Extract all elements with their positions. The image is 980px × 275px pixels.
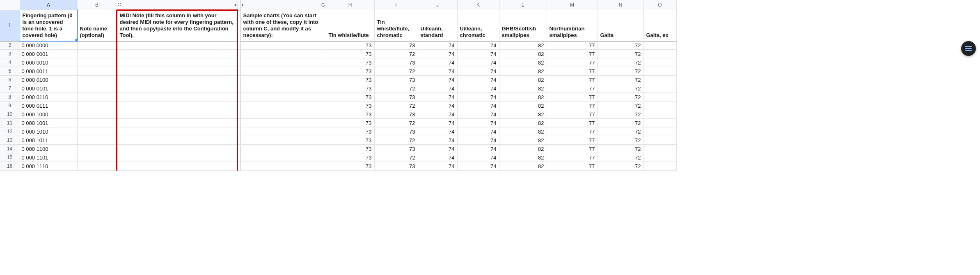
select-all-corner[interactable] <box>0 0 20 10</box>
cell-I9[interactable]: 72 <box>374 102 418 110</box>
cell-I8[interactable]: 73 <box>374 93 418 102</box>
row-header[interactable]: 10 <box>0 110 20 119</box>
cell-B8[interactable] <box>77 93 117 102</box>
cell-H15[interactable]: 73 <box>326 153 374 162</box>
cell-I13[interactable]: 72 <box>374 136 418 145</box>
col-header-N[interactable]: N <box>598 0 643 10</box>
spreadsheet-viewport[interactable]: A B C ◂ ▸ G H I J K <box>0 0 980 275</box>
cell-K14[interactable]: 74 <box>457 145 499 153</box>
cell-O15[interactable] <box>643 153 676 162</box>
cell-M3[interactable]: 77 <box>547 50 598 58</box>
cell-K7[interactable]: 74 <box>457 84 499 93</box>
cell-J9[interactable]: 74 <box>418 102 457 110</box>
cell-B16[interactable] <box>77 162 117 171</box>
row-header[interactable]: 12 <box>0 127 20 136</box>
row-header[interactable]: 7 <box>0 84 20 93</box>
cell-J7[interactable]: 74 <box>418 84 457 93</box>
cell-G14[interactable] <box>240 145 326 153</box>
cell-A10[interactable]: 0 000 1000 <box>20 110 77 119</box>
cell-L1[interactable]: GHB/Scottish smallpipes <box>499 10 547 41</box>
cell-L7[interactable]: 82 <box>499 84 547 93</box>
cell-G12[interactable] <box>240 127 326 136</box>
cell-N3[interactable]: 72 <box>598 50 643 58</box>
cell-I11[interactable]: 72 <box>374 119 418 127</box>
cell-G16[interactable] <box>240 162 326 171</box>
cell-G8[interactable] <box>240 93 326 102</box>
cell-A9[interactable]: 0 000 0111 <box>20 102 77 110</box>
row-header[interactable]: 6 <box>0 76 20 84</box>
col-header-H[interactable]: H <box>326 0 374 10</box>
row-header[interactable]: 13 <box>0 136 20 145</box>
cell-N7[interactable]: 72 <box>598 84 643 93</box>
cell-L15[interactable]: 82 <box>499 153 547 162</box>
cell-C11[interactable] <box>117 119 237 127</box>
cell-L6[interactable]: 82 <box>499 76 547 84</box>
cell-A6[interactable]: 0 000 0100 <box>20 76 77 84</box>
cell-O2[interactable] <box>643 41 676 50</box>
cell-C9[interactable] <box>117 102 237 110</box>
cell-C3[interactable] <box>117 50 237 58</box>
cell-J4[interactable]: 74 <box>418 58 457 67</box>
column-group-collapsed-gap[interactable] <box>237 0 240 10</box>
col-header-M[interactable]: M <box>547 0 598 10</box>
cell-C4[interactable] <box>117 58 237 67</box>
cell-J16[interactable]: 74 <box>418 162 457 171</box>
cell-M11[interactable]: 77 <box>547 119 598 127</box>
cell-G7[interactable] <box>240 84 326 93</box>
cell-A5[interactable]: 0 000 0011 <box>20 67 77 76</box>
cell-I5[interactable]: 72 <box>374 67 418 76</box>
cell-J11[interactable]: 74 <box>418 119 457 127</box>
cell-O5[interactable] <box>643 67 676 76</box>
cell-C14[interactable] <box>117 145 237 153</box>
col-header-G[interactable]: ▸ G <box>240 0 326 10</box>
cell-K6[interactable]: 74 <box>457 76 499 84</box>
cell-C13[interactable] <box>117 136 237 145</box>
cell-H10[interactable]: 73 <box>326 110 374 119</box>
col-header-A[interactable]: A <box>20 0 77 10</box>
cell-O8[interactable] <box>643 93 676 102</box>
cell-A11[interactable]: 0 000 1001 <box>20 119 77 127</box>
cell-J1[interactable]: Uilleann, standard <box>418 10 457 41</box>
cell-B7[interactable] <box>77 84 117 93</box>
cell-L3[interactable]: 82 <box>499 50 547 58</box>
cell-I15[interactable]: 72 <box>374 153 418 162</box>
cell-K2[interactable]: 74 <box>457 41 499 50</box>
cell-K3[interactable]: 74 <box>457 50 499 58</box>
cell-L8[interactable]: 82 <box>499 93 547 102</box>
cell-B14[interactable] <box>77 145 117 153</box>
cell-H1[interactable]: Tin whistle/flute <box>326 10 374 41</box>
cell-C6[interactable] <box>117 76 237 84</box>
cell-B15[interactable] <box>77 153 117 162</box>
cell-M9[interactable]: 77 <box>547 102 598 110</box>
cell-A3[interactable]: 0 000 0001 <box>20 50 77 58</box>
cell-N4[interactable]: 72 <box>598 58 643 67</box>
cell-H6[interactable]: 73 <box>326 76 374 84</box>
cell-O13[interactable] <box>643 136 676 145</box>
cell-G15[interactable] <box>240 153 326 162</box>
cell-M13[interactable]: 77 <box>547 136 598 145</box>
row-header[interactable]: 14 <box>0 145 20 153</box>
col-header-B[interactable]: B <box>77 0 117 10</box>
cell-B5[interactable] <box>77 67 117 76</box>
cell-O11[interactable] <box>643 119 676 127</box>
cell-N8[interactable]: 72 <box>598 93 643 102</box>
row-header[interactable]: 9 <box>0 102 20 110</box>
cell-G2[interactable] <box>240 41 326 50</box>
row-header[interactable]: 8 <box>0 93 20 102</box>
cell-N1[interactable]: Gaita <box>598 10 643 41</box>
cell-L2[interactable]: 82 <box>499 41 547 50</box>
cell-N16[interactable]: 72 <box>598 162 643 171</box>
cell-L16[interactable]: 82 <box>499 162 547 171</box>
cell-B3[interactable] <box>77 50 117 58</box>
cell-J8[interactable]: 74 <box>418 93 457 102</box>
cell-K5[interactable]: 74 <box>457 67 499 76</box>
col-header-J[interactable]: J <box>418 0 457 10</box>
cell-H2[interactable]: 73 <box>326 41 374 50</box>
cell-O1[interactable]: Gaita, ex <box>643 10 676 41</box>
cell-O3[interactable] <box>643 50 676 58</box>
cell-C8[interactable] <box>117 93 237 102</box>
row-header[interactable]: 11 <box>0 119 20 127</box>
cell-M6[interactable]: 77 <box>547 76 598 84</box>
cell-J12[interactable]: 74 <box>418 127 457 136</box>
cell-I4[interactable]: 73 <box>374 58 418 67</box>
